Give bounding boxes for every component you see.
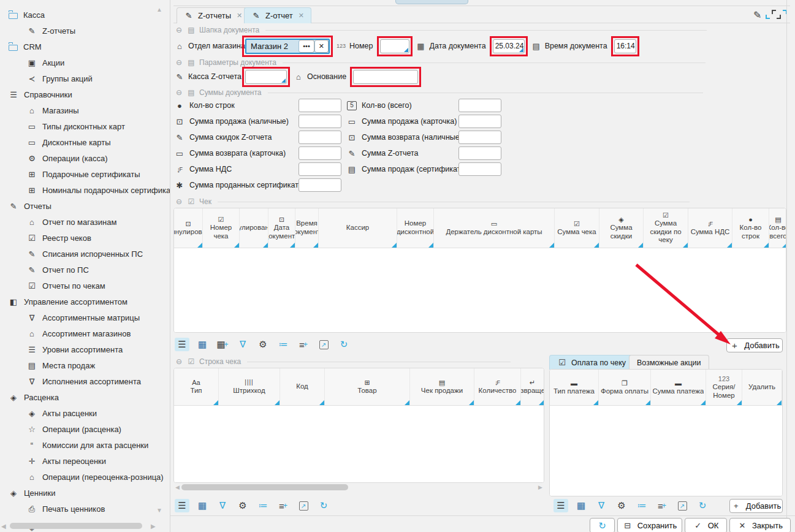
column-header[interactable]: Код [280, 368, 325, 405]
scroll-left-icon[interactable]: ◀ [175, 484, 180, 490]
column-header[interactable]: ⊡Аннулирован [174, 208, 203, 248]
sidebar-item[interactable]: Касса [9, 7, 45, 23]
sidebar-item[interactable]: ☑Отчеты по чекам [27, 278, 105, 294]
sum-field-input[interactable] [458, 146, 501, 160]
sum-field-input[interactable] [299, 178, 341, 192]
list-icon[interactable]: ☰ [175, 338, 189, 351]
sidebar-item[interactable]: ◈Расценка [9, 389, 59, 405]
column-header[interactable]: ⊞Товар [325, 368, 410, 405]
column-header[interactable]: Кассир [319, 208, 397, 248]
filter-icon[interactable]: ∇ [215, 499, 230, 512]
close-button[interactable]: ✕Закрыть [729, 518, 791, 532]
gear-icon[interactable]: ⚙ [614, 499, 629, 512]
edit-document-icon[interactable]: ✎ [753, 9, 761, 21]
sidebar-horizontal-scrollbar[interactable]: ◀ ▶ [0, 522, 159, 530]
sidebar-item[interactable]: ⌂Отчет по магазинам [27, 214, 116, 230]
sidebar-item[interactable]: “Комиссии для акта расценки [27, 437, 148, 453]
collapse-icon[interactable]: ⊖ [175, 357, 183, 367]
scroll-right-icon[interactable]: ▶ [538, 484, 542, 490]
sum-field-input[interactable] [458, 131, 501, 144]
sum-field-input[interactable] [299, 162, 341, 176]
sidebar-item[interactable]: ☑Реестр чеков [27, 230, 91, 246]
table-body[interactable] [550, 406, 782, 496]
column-header[interactable]: ❐Форма оплаты [599, 370, 651, 405]
column-header[interactable]: AaТип [174, 368, 219, 405]
table-body[interactable] [174, 248, 786, 333]
column-header[interactable]: ▬Сумма платежа [651, 370, 706, 405]
ok-button[interactable]: ✓ОК [685, 518, 727, 532]
sidebar-item[interactable]: ◧Управление ассортиментом [9, 294, 127, 310]
column-header[interactable]: ☑Номер чека [203, 208, 240, 248]
column-header[interactable]: 123Серия/Номер [706, 370, 742, 405]
sidebar-item[interactable]: ∇Исполнения ассортимента [27, 373, 141, 389]
column-header[interactable]: ▤Чек продажи [410, 368, 474, 405]
refresh-icon[interactable]: ↻ [337, 338, 351, 351]
sidebar-item[interactable]: ✎Отчет по ПС [27, 262, 89, 278]
sidebar-item[interactable]: ⎙Печать ценников [27, 501, 105, 517]
scroll-down-icon[interactable]: ▼ [156, 507, 162, 514]
grid-icon[interactable]: ▦ [195, 499, 210, 512]
lookup-clear-button[interactable]: ✕ [314, 40, 329, 53]
sidebar-item[interactable]: ≺Группы акций [27, 70, 93, 86]
sum-field-input[interactable] [299, 146, 341, 160]
sidebar-item[interactable]: ▭Типы дисконтных карт [27, 118, 125, 134]
column-header[interactable]: ●Кол-во строк [732, 208, 769, 248]
list-icon[interactable]: ☰ [553, 499, 568, 512]
fullscreen-icon[interactable] [772, 10, 781, 21]
list-add-icon[interactable]: ≡+ [655, 499, 669, 512]
sum-field-input[interactable] [458, 99, 501, 112]
export-icon[interactable]: ↗ [296, 499, 311, 512]
column-header[interactable]: ▬Тип платежа [550, 370, 599, 405]
sum-field-input[interactable] [299, 115, 341, 128]
add-payment-button[interactable]: +Добавить [729, 499, 783, 513]
numbered-list-icon[interactable]: ≔ [256, 499, 270, 512]
sidebar-item[interactable]: ☰Справочники [9, 86, 72, 102]
sidebar-item[interactable]: ◈Ценники [9, 485, 55, 501]
refresh-button[interactable]: ↻ [590, 518, 615, 532]
z-report-cashbox-input[interactable] [245, 70, 287, 84]
scrollbar-thumb[interactable] [181, 484, 348, 490]
sum-field-input[interactable] [458, 162, 501, 176]
list-icon[interactable]: ☰ [175, 499, 189, 512]
column-header[interactable]: ▭Держатель дисконтной карты [434, 208, 555, 248]
list-add-icon[interactable]: ≡+ [296, 338, 311, 351]
column-header[interactable]: ☑Сумма чека [555, 208, 599, 248]
sum-field-input[interactable] [299, 131, 341, 144]
column-header[interactable]: ▤Кол-во (всего) [769, 208, 786, 248]
sidebar-item[interactable]: ✎Списания испорченных ПС [27, 246, 143, 262]
save-button[interactable]: ⊟Сохранить [617, 518, 682, 532]
gear-icon[interactable]: ⚙ [256, 338, 270, 351]
doc-date-input[interactable]: 25.03.24 [493, 39, 525, 53]
sidebar-item[interactable]: ✎Z-отчеты [27, 23, 75, 39]
sidebar-item[interactable]: ▣Акции [27, 55, 64, 70]
sidebar-item[interactable]: ∇Ассортиментные матрицы [27, 310, 140, 325]
sidebar-item[interactable]: ⌂Магазины [27, 102, 79, 118]
sidebar-item[interactable]: ▭Дисконтные карты [27, 134, 111, 150]
tab-close-icon[interactable]: ✕ [299, 12, 304, 20]
scroll-up-icon[interactable]: ▲ [156, 6, 162, 13]
numbered-list-icon[interactable]: ≔ [276, 338, 291, 351]
numbered-list-icon[interactable]: ≔ [634, 499, 649, 512]
tab-close-icon[interactable]: ✕ [237, 12, 242, 20]
column-header[interactable]: ◈Сумма скидки [599, 208, 644, 248]
number-input[interactable] [380, 39, 409, 53]
gear-icon[interactable]: ⚙ [235, 499, 250, 512]
sidebar-item[interactable]: ⌂Операции (переоценка-розница) [27, 469, 164, 485]
line-table-hscrollbar[interactable]: ◀▶ [174, 484, 544, 492]
collapse-icon[interactable]: ⊖ [175, 25, 183, 35]
grid-icon[interactable]: ▦ [195, 338, 210, 351]
export-icon[interactable]: ↗ [675, 499, 690, 512]
filter-icon[interactable]: ∇ [594, 499, 609, 512]
lookup-browse-button[interactable]: ••• [299, 40, 314, 53]
filter-icon[interactable]: ∇ [235, 338, 250, 351]
table-body[interactable] [174, 406, 544, 483]
sidebar-item[interactable]: CRM [9, 39, 42, 55]
tab-z-report[interactable]: ✎Z-отчет✕ [244, 7, 311, 23]
sum-field-input[interactable] [458, 115, 501, 128]
refresh-icon[interactable]: ↻ [316, 499, 331, 512]
scrollbar-thumb[interactable] [10, 523, 142, 529]
sidebar-item[interactable]: ✛Акты переоценки [27, 453, 106, 469]
column-header[interactable]: ↓FКоличество [474, 368, 521, 405]
basis-input[interactable] [353, 70, 418, 84]
column-header[interactable]: ↵Возвращено [521, 368, 544, 405]
